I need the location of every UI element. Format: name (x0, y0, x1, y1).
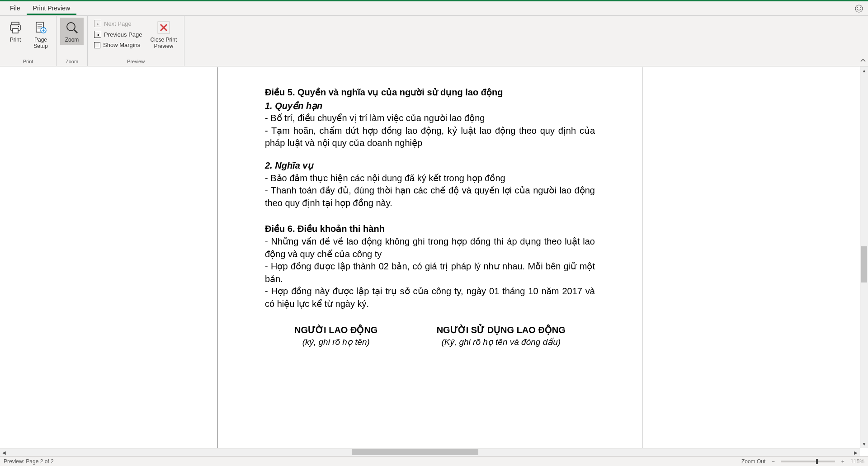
status-bar: Preview: Page 2 of 2 Zoom Out − + 115% (0, 456, 868, 466)
show-margins-checkbox-icon (94, 42, 100, 48)
svg-point-0 (855, 5, 863, 12)
svg-line-13 (74, 30, 77, 33)
scroll-right-icon[interactable]: ▶ (852, 448, 860, 457)
ribbon: Print PageSetup Print Zoom (0, 16, 868, 66)
zoom-out-button[interactable]: − (770, 458, 776, 465)
zoom-out-label[interactable]: Zoom Out (741, 458, 765, 465)
ribbon-group-print-label: Print (4, 58, 52, 65)
tab-strip: File Print Preview (0, 1, 868, 16)
next-page-button: ▸ Next Page (91, 19, 145, 28)
ribbon-group-zoom: Zoom Zoom (57, 16, 88, 66)
section-1-heading: 1. Quyền hạn (265, 100, 595, 113)
section-1-line-1: - Bố trí, điều chuyển vị trí làm việc củ… (265, 112, 595, 125)
page-setup-button[interactable]: PageSetup (29, 18, 52, 51)
page-canvas: Điều 5. Quyền và nghĩa vụ của người sử d… (217, 67, 642, 448)
scroll-left-icon[interactable]: ◀ (0, 448, 8, 457)
scroll-down-icon[interactable]: ▼ (860, 440, 868, 448)
document-content: Điều 5. Quyền và nghĩa vụ của người sử d… (218, 67, 642, 366)
previous-page-button[interactable]: ◂ Previous Page (91, 29, 145, 39)
article-5-heading: Điều 5. Quyền và nghĩa vụ của người sử d… (265, 86, 595, 99)
close-print-preview-button[interactable]: Close PrintPreview (147, 18, 181, 51)
vertical-scroll-thumb[interactable] (861, 246, 867, 282)
zoom-slider-track[interactable] (781, 461, 835, 462)
signature-employee-title: NGƯỜI LAO ĐỘNG (294, 324, 377, 337)
previous-page-label: Previous Page (104, 31, 142, 38)
next-page-icon: ▸ (94, 20, 101, 27)
horizontal-scroll-thumb[interactable] (352, 449, 478, 455)
zoom-slider[interactable] (781, 461, 835, 462)
next-page-label: Next Page (104, 20, 132, 27)
magnifier-icon (64, 19, 80, 36)
horizontal-scrollbar[interactable]: ◀ ▶ (0, 448, 860, 456)
horizontal-scroll-track[interactable] (8, 448, 852, 456)
page-setup-icon (33, 19, 49, 36)
svg-rect-5 (13, 28, 18, 33)
article-6-line-2: - Hợp đồng được lập thành 02 bản, có giá… (265, 260, 595, 285)
signature-employee-note: (ký, ghi rõ họ tên) (294, 336, 377, 348)
signature-employer-note: (Ký, ghi rõ họ tên và đóng dấu) (437, 336, 566, 348)
signature-employer-title: NGƯỜI SỬ DỤNG LAO ĐỘNG (437, 324, 566, 337)
section-2-heading: 2. Nghĩa vụ (265, 160, 595, 172)
printer-icon (7, 19, 24, 36)
close-print-preview-label: Close PrintPreview (151, 37, 177, 49)
signature-employer: NGƯỜI SỬ DỤNG LAO ĐỘNG (Ký, ghi rõ họ tê… (437, 324, 566, 348)
article-6-line-3: - Hợp đồng này được lập tại trụ sở của c… (265, 285, 595, 310)
zoom-in-button[interactable]: + (840, 458, 846, 465)
collapse-ribbon-icon[interactable] (860, 57, 866, 65)
zoom-slider-thumb[interactable] (816, 459, 818, 464)
article-6-line-1: - Những vấn đề về lao động không ghi tro… (265, 235, 595, 260)
show-margins-toggle[interactable]: Show Margins (91, 40, 145, 50)
status-page-indicator: Preview: Page 2 of 2 (4, 458, 54, 465)
tab-print-preview[interactable]: Print Preview (27, 2, 76, 15)
section-2-line-1: - Bảo đảm thực hiện các nội dung đã ký k… (265, 172, 595, 185)
scroll-up-icon[interactable]: ▲ (860, 66, 868, 75)
svg-point-12 (67, 23, 75, 31)
feedback-smile-icon[interactable] (854, 4, 863, 15)
section-1-line-2: - Tạm hoãn, chấm dứt hợp đồng lao động, … (265, 125, 595, 150)
print-preview-viewport: Điều 5. Quyền và nghĩa vụ của người sử d… (0, 66, 868, 456)
vertical-scrollbar[interactable]: ▲ ▼ (860, 66, 868, 448)
ribbon-group-print: Print PageSetup Print (0, 16, 57, 66)
ribbon-group-zoom-label: Zoom (60, 58, 84, 65)
tab-file[interactable]: File (4, 2, 27, 15)
show-margins-label: Show Margins (103, 42, 140, 48)
article-6-heading: Điều 6. Điều khoản thi hành (265, 223, 595, 235)
signature-employee: NGƯỜI LAO ĐỘNG (ký, ghi rõ họ tên) (294, 324, 377, 348)
zoom-percent[interactable]: 115% (850, 458, 864, 465)
svg-point-1 (857, 7, 858, 8)
previous-page-icon: ◂ (94, 31, 101, 38)
vertical-scroll-track[interactable] (860, 75, 868, 440)
zoom-button[interactable]: Zoom (60, 18, 84, 45)
zoom-button-label: Zoom (65, 37, 79, 43)
ribbon-group-preview: ▸ Next Page ◂ Previous Page Show Margins (88, 16, 184, 66)
page-setup-label: PageSetup (33, 37, 47, 49)
svg-point-2 (860, 7, 861, 8)
print-button[interactable]: Print (4, 18, 27, 45)
section-2-line-2: - Thanh toán đầy đủ, đúng thời hạn các c… (265, 184, 595, 209)
svg-rect-3 (12, 22, 19, 25)
print-button-label: Print (10, 37, 21, 43)
close-icon (156, 19, 172, 36)
svg-point-6 (18, 26, 19, 27)
ribbon-group-preview-label: Preview (91, 58, 180, 65)
